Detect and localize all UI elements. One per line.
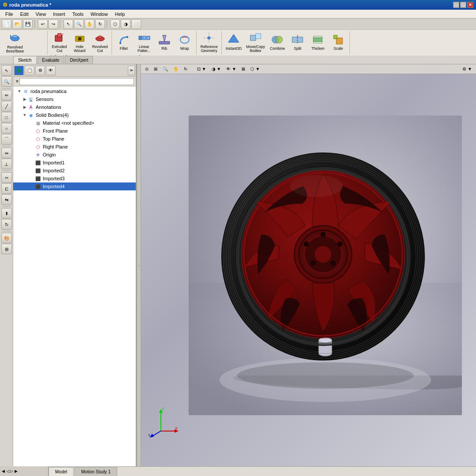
sensors-expand-icon[interactable]: ▶ [22,97,27,102]
scale-button[interactable]: Scale [328,31,348,54]
undo-button[interactable]: ↩ [38,19,48,29]
tree-solid-bodies-item[interactable]: ▼ ◉ Solid Bodies(4) [13,111,136,119]
menu-edit[interactable]: Edit [17,11,32,18]
viewport[interactable]: ⊙ ⊞ 🔍 ✋ ↻ ⊡ ▼ ◑ ▼ 👁 ▼ ⊠ ⬡ ▼ ⚙ ▼ [141,64,476,466]
tab-motion-study[interactable]: Motion Study 1 [74,467,117,476]
hide-show-button[interactable]: 👁 ▼ [224,65,238,73]
tree-imported2-item[interactable]: ⬛ Imported2 [13,167,136,175]
panel-display-button[interactable]: 👁 [46,66,56,75]
tree-right-plane-item[interactable]: ⬡ Right Plane [13,143,136,151]
zoom-lv-button[interactable]: 🔍 [1,76,12,87]
rotate-button[interactable]: ↻ [95,19,105,29]
tree-imported3-item[interactable]: ⬛ Imported3 [13,175,136,182]
maximize-button[interactable]: □ [460,2,466,8]
menu-insert[interactable]: Insert [49,11,69,18]
solid-bodies-expand-icon[interactable]: ▼ [22,112,27,118]
reference-geometry-button[interactable]: ReferenceGeometry [199,31,219,54]
shell-button[interactable]: □ Shell [155,54,174,56]
zoom-area-button[interactable]: ⊞ [152,65,160,73]
redo-button[interactable]: ↪ [48,19,58,29]
view-orient-vp-button[interactable]: ⬡ ▼ [248,65,262,73]
tree-top-plane-item[interactable]: ⬡ Top Plane [13,135,136,143]
mirror-lv-button[interactable]: ⇆ [1,194,12,205]
open-button[interactable]: 📂 [12,19,22,29]
extrude-lv-button[interactable]: ⬆ [1,208,12,219]
pan-vp-button[interactable]: ✋ [171,65,181,73]
menu-view[interactable]: View [32,11,50,18]
select-lv-button[interactable]: ↖ [1,65,12,76]
tab-dimxpert[interactable]: DimXpert [65,56,93,64]
offset-lv-button[interactable]: ⊏ [1,183,12,194]
menu-tools[interactable]: Tools [69,11,87,18]
circle-lv-button[interactable]: ○ [1,123,12,134]
move-copy-button[interactable]: Move/CopyBodies [244,31,267,54]
menu-window[interactable]: Window [87,11,112,18]
linear-pattern-button[interactable]: LinearPatter... [134,31,154,54]
menu-help[interactable]: Help [112,11,129,18]
zoom-fit-button[interactable]: ⊙ [143,65,151,73]
revolved-cut-button[interactable]: RevolvedCut [90,31,110,54]
relation-lv-button[interactable]: ⊥ [1,159,12,169]
trim-lv-button[interactable]: ✂ [1,172,12,183]
section-lv-button[interactable]: ⊞ [1,244,12,254]
save-button[interactable]: 💾 [23,19,33,29]
menu-file[interactable]: File [2,11,17,18]
filter-input[interactable] [19,78,134,85]
close-button[interactable]: ✕ [467,2,473,8]
swept-cut-button[interactable]: ▷ Swept Cut [50,54,71,56]
root-expand-icon[interactable]: ▼ [17,89,22,94]
hole-wizard-button[interactable]: HoleWizard [70,31,89,54]
tree-imported1-item[interactable]: ⬛ Imported1 [13,159,136,167]
zoom-button[interactable]: 🔍 [74,19,84,29]
thicken-button[interactable]: Thicken [308,31,327,54]
zoom-prev-button[interactable]: 🔍 [160,65,170,73]
mirror-button[interactable]: ⇆ Mirror [175,54,194,56]
appearance-lv-button[interactable]: 🎨 [1,233,12,243]
tree-front-plane-item[interactable]: ⬡ Front Plane [13,127,136,135]
split-button[interactable]: Split [288,31,307,54]
dome-button[interactable]: ⌒ Dome [134,54,154,56]
tree-origin-item[interactable]: ✛ Origin [13,151,136,159]
instant3d-button[interactable]: Instant3D [224,31,243,54]
tree-annotations-item[interactable]: ▶ A Annotations [13,103,136,111]
tree-root-item[interactable]: ▼ ⚙ roda pneumatica [13,87,136,95]
fillet-button[interactable]: Fillet [114,31,134,54]
curves-button[interactable]: Curves [199,54,218,56]
sketch-lv-button[interactable]: ✏ [1,90,12,100]
dimension-lv-button[interactable]: ⇔ [1,148,12,158]
extruded-cut-button[interactable]: ExtrudedCut [50,31,69,54]
panel-collapse-handle[interactable]: ‹ [137,64,141,466]
panel-config-button[interactable]: ⚙ [35,66,45,75]
panel-props-button[interactable]: 📋 [25,66,34,75]
panel-tree-button[interactable]: 🌲 [14,66,24,75]
select-button[interactable]: ↖ [63,19,73,29]
pan-button[interactable]: ✋ [85,19,94,29]
tree-imported4-item[interactable]: ⬛ Imported4 [13,182,136,190]
draft-button[interactable]: ▽ Draft [114,54,134,56]
view-wire-button[interactable]: ⬜ [131,19,141,29]
tab-model[interactable]: Model [48,467,74,476]
rib-button[interactable]: Rib [155,31,174,54]
new-button[interactable]: 📄 [2,19,11,29]
rotate-vp-button[interactable]: ↻ [182,65,190,73]
revolved-boss-button[interactable]: RevolvedBoss/Base [4,31,26,55]
panel-more-button[interactable]: ≫ [128,66,135,75]
revolve-lv-button[interactable]: ↻ [1,219,12,230]
tree-sensors-item[interactable]: ▶ 📡 Sensors [13,95,136,103]
arc-lv-button[interactable]: ⌒ [1,134,12,145]
wrap-button[interactable]: Wrap [175,31,194,54]
tab-sketch[interactable]: Sketch [13,56,37,64]
view-orient-button[interactable]: ⬡ [110,19,120,29]
display-style-button[interactable]: ◑ ▼ [209,65,223,73]
tab-evaluate[interactable]: Evaluate [37,56,64,64]
annotations-expand-icon[interactable]: ▶ [22,104,27,110]
line-lv-button[interactable]: ╱ [1,101,12,112]
tree-material-item[interactable]: ▦ Material <not specified> [13,119,136,127]
rect-lv-button[interactable]: □ [1,112,12,123]
view-shaded-button[interactable]: ◑ [121,19,130,29]
view-select-button[interactable]: ⊡ ▼ [195,65,208,73]
section-view-button[interactable]: ⊠ [239,65,247,73]
options-button[interactable]: ⚙ ▼ [460,65,474,73]
minimize-button[interactable]: ─ [453,2,459,8]
combine-button[interactable]: Combine [268,31,287,54]
